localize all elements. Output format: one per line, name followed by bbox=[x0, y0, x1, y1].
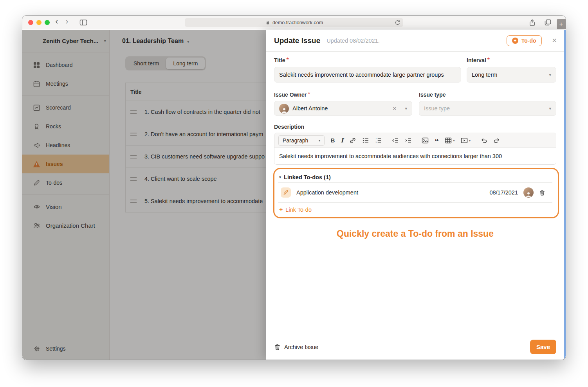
paragraph-style-dropdown[interactable]: Paragraph ▾ bbox=[278, 135, 325, 146]
chevron-down-icon: ▾ bbox=[549, 106, 551, 111]
chevron-down-icon: ▾ bbox=[549, 72, 551, 77]
link-icon[interactable] bbox=[349, 137, 356, 144]
linked-todos-title: Linked To-dos (1) bbox=[284, 174, 331, 180]
bold-icon[interactable]: B bbox=[330, 137, 335, 144]
linked-todo-row[interactable]: Application development 08/17/2021 bbox=[278, 183, 552, 202]
create-todo-button[interactable]: + To-do bbox=[507, 35, 542, 46]
share-icon[interactable] bbox=[528, 19, 536, 27]
issue-owner-select[interactable]: Albert Antoine ✕ ▾ bbox=[274, 101, 412, 116]
required-asterisk: * bbox=[287, 57, 289, 63]
maximize-window-button[interactable] bbox=[45, 20, 50, 25]
owner-name: Albert Antoine bbox=[292, 105, 328, 112]
app-left-region: Zenith Cyber Tech... ▾ Dashboard bbox=[22, 30, 266, 360]
close-icon[interactable]: ✕ bbox=[552, 37, 557, 44]
chevron-down-icon: ▾ bbox=[318, 138, 320, 142]
bulleted-list-icon[interactable] bbox=[362, 137, 369, 144]
panel-title: Update Issue bbox=[274, 36, 320, 45]
interval-select[interactable]: Long term ▾ bbox=[467, 67, 556, 83]
chevron-down-icon: ▾ bbox=[453, 139, 455, 142]
create-todo-label: To-do bbox=[521, 38, 536, 44]
divider bbox=[278, 202, 552, 203]
description-label: Description bbox=[274, 124, 556, 130]
italic-icon[interactable]: I bbox=[341, 137, 343, 144]
tabs-overview-icon[interactable] bbox=[544, 19, 552, 26]
back-button[interactable]: ‹ bbox=[52, 16, 61, 27]
owner-avatar bbox=[279, 104, 289, 113]
archive-issue-label: Archive Issue bbox=[284, 344, 318, 350]
linked-todo-title: Application development bbox=[296, 189, 358, 196]
todo-pencil-icon bbox=[281, 187, 291, 198]
update-issue-panel: Update Issue Updated 08/02/2021. + To-do… bbox=[266, 30, 566, 360]
insert-media-icon[interactable]: ▾ bbox=[461, 137, 471, 144]
insert-table-icon[interactable]: ▾ bbox=[445, 137, 455, 144]
link-todo-button[interactable]: + Link To-do bbox=[278, 206, 552, 213]
panel-body: Title* Interval* Long term ▾ Issue Owner… bbox=[266, 52, 566, 239]
plus-circle-icon: + bbox=[512, 38, 518, 44]
issue-owner-label: Issue Owner bbox=[274, 92, 307, 98]
required-asterisk: * bbox=[308, 91, 310, 98]
updated-timestamp: Updated 08/02/2021. bbox=[326, 38, 379, 44]
annotation-text: Quickly create a To-do from an Issue bbox=[274, 229, 556, 239]
clear-owner-icon[interactable]: ✕ bbox=[393, 106, 397, 112]
new-tab-button[interactable]: + bbox=[557, 19, 566, 29]
address-bar[interactable]: demo.tractionwork.com bbox=[185, 18, 403, 27]
link-todo-label: Link To-do bbox=[285, 207, 312, 213]
issue-type-placeholder: Issue type bbox=[424, 105, 450, 112]
description-text[interactable]: Salekit needs improvement to accommodate… bbox=[274, 148, 556, 164]
reload-icon[interactable] bbox=[395, 20, 400, 25]
issue-type-select[interactable]: Issue type ▾ bbox=[419, 101, 556, 116]
paragraph-style-value: Paragraph bbox=[283, 137, 308, 144]
indent-icon[interactable] bbox=[405, 137, 412, 144]
trash-icon bbox=[274, 344, 281, 351]
insert-image-icon[interactable] bbox=[422, 137, 429, 144]
browser-titlebar: ‹ › demo.tractionwork.com bbox=[22, 16, 566, 29]
issue-type-label: Issue type bbox=[419, 92, 446, 98]
browser-window: ‹ › demo.tractionwork.com bbox=[22, 16, 566, 360]
panel-footer: Archive Issue Save bbox=[266, 334, 566, 360]
modal-dim-overlay bbox=[22, 30, 266, 360]
forward-button[interactable]: › bbox=[62, 16, 72, 27]
panel-header: Update Issue Updated 08/02/2021. + To-do… bbox=[266, 30, 566, 52]
blockquote-icon[interactable]: “ bbox=[435, 140, 439, 144]
svg-text:1: 1 bbox=[375, 137, 377, 140]
linked-todo-due-date: 08/17/2021 bbox=[489, 189, 518, 196]
description-editor: Paragraph ▾ B I 12 bbox=[274, 133, 556, 165]
window-edge-highlight bbox=[564, 30, 566, 360]
archive-issue-button[interactable]: Archive Issue bbox=[274, 344, 318, 351]
delete-linked-todo-icon[interactable] bbox=[539, 189, 545, 196]
svg-text:2: 2 bbox=[375, 141, 377, 143]
plus-icon: + bbox=[279, 206, 283, 213]
window-controls bbox=[28, 20, 50, 25]
editor-toolbar: Paragraph ▾ B I 12 bbox=[274, 133, 556, 148]
linked-todos-section: ▾ Linked To-dos (1) Application developm… bbox=[273, 168, 559, 218]
required-asterisk: * bbox=[487, 57, 490, 63]
save-button[interactable]: Save bbox=[530, 340, 556, 354]
lock-icon bbox=[265, 20, 271, 25]
chevron-down-icon: ▾ bbox=[405, 106, 407, 111]
undo-icon[interactable] bbox=[480, 137, 487, 144]
title-label: Title bbox=[274, 57, 285, 63]
outdent-icon[interactable] bbox=[392, 137, 399, 144]
interval-value: Long term bbox=[472, 72, 497, 78]
interval-label: Interval bbox=[467, 57, 486, 63]
minimize-window-button[interactable] bbox=[36, 20, 41, 25]
sidebar-toggle-icon[interactable] bbox=[79, 19, 87, 26]
redo-icon[interactable] bbox=[493, 137, 500, 144]
app-content: Zenith Cyber Tech... ▾ Dashboard bbox=[22, 30, 566, 360]
title-input[interactable] bbox=[274, 67, 461, 83]
close-window-button[interactable] bbox=[28, 20, 33, 25]
collapse-caret-icon: ▾ bbox=[279, 175, 281, 179]
address-url: demo.tractionwork.com bbox=[272, 20, 323, 25]
chevron-down-icon: ▾ bbox=[469, 139, 471, 142]
linked-todos-header[interactable]: ▾ Linked To-dos (1) bbox=[278, 172, 552, 182]
assignee-avatar bbox=[523, 187, 534, 198]
numbered-list-icon[interactable]: 12 bbox=[375, 137, 382, 144]
